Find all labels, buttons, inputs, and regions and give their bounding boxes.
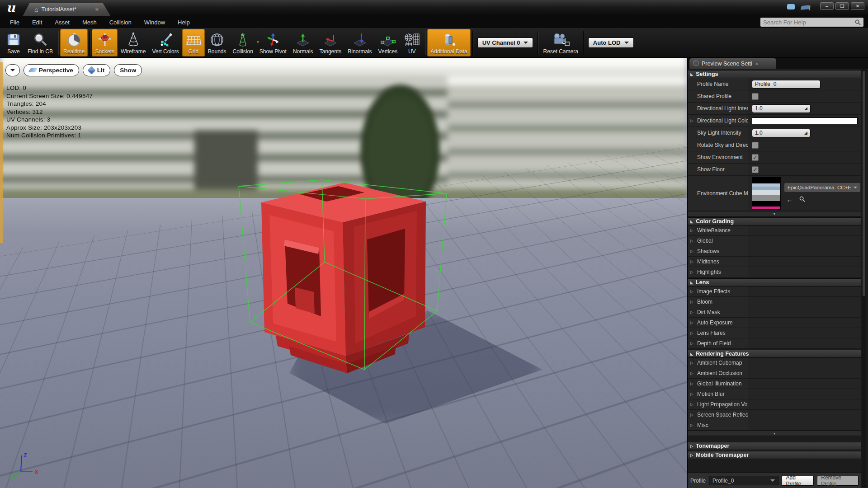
menu-edit[interactable]: Edit bbox=[26, 19, 48, 26]
lit-mode-button[interactable]: Lit bbox=[83, 64, 111, 76]
use-selected-icon[interactable]: ← bbox=[786, 196, 793, 203]
tutorial-cap-icon[interactable] bbox=[801, 5, 810, 10]
show-label: Show bbox=[120, 67, 136, 74]
toolbar-find-in-cb-button[interactable]: Find in CB bbox=[24, 29, 56, 56]
row-value-cell bbox=[748, 139, 861, 151]
expander-icon[interactable]: ▷ bbox=[690, 320, 693, 325]
panel-tab-close-icon[interactable]: ✕ bbox=[755, 61, 759, 66]
section-collapsed-icon: ▷ bbox=[690, 444, 693, 448]
toolbar-button-label: Find in CB bbox=[28, 48, 53, 55]
row-label-cell: ▷Ambient Occlusion bbox=[688, 368, 748, 378]
toolbar-save-button[interactable]: Save bbox=[3, 29, 24, 56]
expander-icon[interactable]: ▷ bbox=[690, 228, 693, 233]
row-value-cell bbox=[748, 399, 861, 409]
toolbar-vert-colors-button[interactable]: Vert Colors bbox=[149, 29, 182, 56]
expander-icon[interactable]: ▷ bbox=[690, 341, 693, 346]
spinner-field-sky-light-intensity[interactable]: 1.0◢ bbox=[752, 129, 811, 137]
profile-select[interactable]: Profile_0 bbox=[709, 476, 778, 485]
remove-profile-button[interactable]: Remove Profile bbox=[817, 476, 859, 486]
expander-icon[interactable]: ▷ bbox=[690, 371, 693, 375]
expander-icon[interactable]: ▷ bbox=[690, 300, 693, 304]
toolbar-bounds-button[interactable]: Bounds bbox=[205, 29, 230, 56]
toolbar-sockets-button[interactable]: Sockets bbox=[92, 29, 118, 56]
panel-scrollbar[interactable] bbox=[862, 70, 866, 487]
menu-collision[interactable]: Collision bbox=[103, 19, 138, 26]
expand-more-chevron[interactable]: ▼ bbox=[688, 431, 861, 436]
toolbar-uv-button[interactable]: UV bbox=[401, 29, 423, 56]
checkbox-rotate-sky-and-directi[interactable] bbox=[752, 142, 759, 149]
toolbar-vertices-button[interactable]: Vertices bbox=[375, 29, 401, 56]
search-input[interactable] bbox=[763, 19, 852, 26]
expander-icon[interactable]: ▷ bbox=[690, 392, 693, 396]
color-swatch-directional-light-color[interactable] bbox=[752, 117, 858, 124]
expander-icon[interactable]: ▷ bbox=[690, 239, 693, 243]
expander-icon[interactable]: ▷ bbox=[690, 381, 693, 386]
menu-mesh[interactable]: Mesh bbox=[76, 19, 103, 26]
toolbar-realtime-button[interactable]: Realtime bbox=[60, 29, 88, 56]
section-header-color-grading[interactable]: ◣Color Grading bbox=[688, 217, 861, 225]
section-header-rendering-features[interactable]: ◣Rendering Features bbox=[688, 350, 861, 358]
cubemap-thumbnail[interactable] bbox=[752, 177, 781, 210]
menu-asset[interactable]: Asset bbox=[48, 19, 76, 26]
toolbar-show-pivot-button[interactable]: Show Pivot bbox=[256, 29, 290, 56]
toolbar-normals-button[interactable]: Normals bbox=[290, 29, 316, 56]
expander-icon[interactable]: ▷ bbox=[690, 402, 693, 407]
show-button[interactable]: Show bbox=[114, 64, 142, 76]
checkbox-show-floor[interactable]: ✓ bbox=[752, 166, 759, 173]
row-sky-light-intensity: Sky Light Intensity1.0◢ bbox=[688, 127, 861, 139]
expand-more-chevron[interactable]: ▼ bbox=[688, 211, 861, 216]
reset-camera-button[interactable]: Reset Camera bbox=[540, 29, 581, 56]
expander-icon[interactable]: ▷ bbox=[690, 413, 693, 417]
toolbar-collision-button[interactable]: Collision▾ bbox=[229, 29, 256, 56]
panel-tab[interactable]: ⓘ Preview Scene Setti ✕ bbox=[689, 58, 776, 69]
menu-file[interactable]: File bbox=[4, 19, 26, 26]
expander-icon[interactable]: ▷ bbox=[690, 331, 693, 335]
tab-close-icon[interactable]: ✕ bbox=[95, 7, 99, 13]
asset-tab[interactable]: ⌂ TutorialAsset* ✕ bbox=[23, 3, 111, 16]
menu-help[interactable]: Help bbox=[171, 19, 196, 26]
expander-icon[interactable]: ▷ bbox=[690, 118, 693, 123]
toolbar-binormals-button[interactable]: Binormals bbox=[344, 29, 375, 56]
viewport-3d[interactable]: Perspective Lit Show LOD: 0Current Scree… bbox=[0, 58, 687, 488]
expander-icon[interactable]: ▷ bbox=[690, 310, 693, 314]
toolbar-tangents-button[interactable]: Tangents bbox=[316, 29, 345, 56]
asset-dropdown[interactable]: EpicQuadPanorama_CC+E bbox=[784, 183, 860, 192]
viewport-options-dropdown[interactable] bbox=[5, 64, 20, 76]
row-label: Environment Cube Ma bbox=[697, 190, 748, 197]
section-title: Lens bbox=[696, 279, 709, 286]
asset-icon-row: ← bbox=[784, 196, 860, 203]
scrollbar-thumb[interactable] bbox=[863, 71, 865, 296]
feedback-bubble-icon[interactable] bbox=[787, 4, 795, 9]
section-header-tonemapper[interactable]: ▷Tonemapper bbox=[688, 442, 861, 450]
minimize-button[interactable]: – bbox=[820, 2, 834, 10]
add-profile-button[interactable]: Add Profile bbox=[782, 476, 814, 486]
close-button[interactable]: ✕ bbox=[851, 2, 864, 10]
expander-icon[interactable]: ▷ bbox=[690, 361, 693, 365]
profile-footer: Profile Profile_0 Add Profile Remove Pro… bbox=[688, 473, 861, 488]
spinner-field-directional-light-inten[interactable]: 1.0◢ bbox=[752, 104, 811, 113]
uv-channel-dropdown[interactable]: UV Channel 0 bbox=[477, 38, 533, 48]
checkbox-shared-profile[interactable] bbox=[752, 93, 759, 100]
toolbar-additional-data-button[interactable]: Additional Data bbox=[427, 29, 470, 56]
expander-icon[interactable]: ▷ bbox=[690, 270, 693, 274]
text-field-profile-name[interactable]: Profile_0 bbox=[752, 80, 821, 89]
spinner-drag-icon[interactable]: ◢ bbox=[804, 131, 807, 135]
checkbox-show-environment[interactable]: ✓ bbox=[752, 154, 759, 161]
section-header-settings[interactable]: ◣Settings bbox=[688, 70, 861, 78]
expander-icon[interactable]: ▷ bbox=[690, 249, 693, 253]
section-header-mobile-tonemapper[interactable]: ▷Mobile Tonemapper bbox=[688, 451, 861, 459]
row-label: Show Environment bbox=[697, 154, 743, 160]
maximize-button[interactable]: ❏ bbox=[835, 2, 849, 10]
toolbar-grid-button[interactable]: Grid bbox=[182, 29, 205, 56]
expander-icon[interactable]: ▷ bbox=[690, 423, 693, 427]
auto-lod-dropdown[interactable]: Auto LOD bbox=[588, 38, 634, 48]
browse-to-asset-icon[interactable] bbox=[799, 196, 805, 203]
toolbar-wireframe-button[interactable]: Wireframe bbox=[118, 29, 149, 56]
search-box[interactable] bbox=[760, 18, 863, 27]
menu-window[interactable]: Window bbox=[138, 19, 171, 26]
perspective-button[interactable]: Perspective bbox=[24, 64, 79, 76]
expander-icon[interactable]: ▷ bbox=[690, 289, 693, 294]
expander-icon[interactable]: ▷ bbox=[690, 259, 693, 264]
section-header-lens[interactable]: ◣Lens bbox=[688, 278, 861, 286]
spinner-drag-icon[interactable]: ◢ bbox=[804, 106, 807, 111]
